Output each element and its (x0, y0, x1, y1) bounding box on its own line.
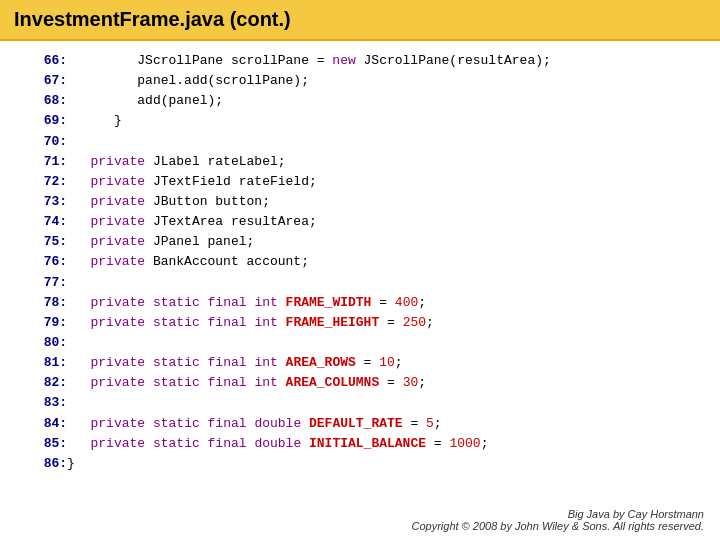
table-row: 82: private static final int AREA_COLUMN… (20, 373, 700, 393)
table-row: 78: private static final int FRAME_WIDTH… (20, 293, 700, 313)
table-row: 73: private JButton button; (20, 192, 700, 212)
code-cell: private static final int FRAME_WIDTH = 4… (67, 293, 700, 313)
line-number: 85: (20, 434, 67, 454)
line-number: 70: (20, 132, 67, 152)
table-row: 77: (20, 273, 700, 293)
code-cell (67, 132, 700, 152)
footer-line2: Copyright © 2008 by John Wiley & Sons. A… (411, 520, 704, 532)
table-row: 74: private JTextArea resultArea; (20, 212, 700, 232)
table-row: 81: private static final int AREA_ROWS =… (20, 353, 700, 373)
line-number: 76: (20, 252, 67, 272)
footer: Big Java by Cay Horstmann Copyright © 20… (411, 508, 704, 532)
code-cell: private JTextArea resultArea; (67, 212, 700, 232)
line-number: 79: (20, 313, 67, 333)
table-row: 79: private static final int FRAME_HEIGH… (20, 313, 700, 333)
line-number: 69: (20, 111, 67, 131)
code-cell: private JButton button; (67, 192, 700, 212)
table-row: 70: (20, 132, 700, 152)
line-number: 82: (20, 373, 67, 393)
line-number: 74: (20, 212, 67, 232)
table-row: 66: JScrollPane scrollPane = new JScroll… (20, 51, 700, 71)
line-number: 78: (20, 293, 67, 313)
table-row: 84: private static final double DEFAULT_… (20, 414, 700, 434)
line-number: 67: (20, 71, 67, 91)
code-cell: add(panel); (67, 91, 700, 111)
table-row: 86:} (20, 454, 700, 474)
line-number: 66: (20, 51, 67, 71)
code-cell: private JLabel rateLabel; (67, 152, 700, 172)
line-number: 72: (20, 172, 67, 192)
code-cell: private BankAccount account; (67, 252, 700, 272)
page-title: InvestmentFrame.java (cont.) (14, 8, 291, 30)
table-row: 75: private JPanel panel; (20, 232, 700, 252)
table-row: 72: private JTextField rateField; (20, 172, 700, 192)
content-area: 66: JScrollPane scrollPane = new JScroll… (0, 41, 720, 480)
code-cell: private static final int AREA_ROWS = 10; (67, 353, 700, 373)
line-number: 75: (20, 232, 67, 252)
line-number: 68: (20, 91, 67, 111)
table-row: 71: private JLabel rateLabel; (20, 152, 700, 172)
code-cell (67, 273, 700, 293)
line-number: 86: (20, 454, 67, 474)
line-number: 77: (20, 273, 67, 293)
line-number: 80: (20, 333, 67, 353)
table-row: 83: (20, 393, 700, 413)
code-cell: private JTextField rateField; (67, 172, 700, 192)
code-cell: private static final int FRAME_HEIGHT = … (67, 313, 700, 333)
code-table: 66: JScrollPane scrollPane = new JScroll… (20, 51, 700, 474)
code-cell (67, 393, 700, 413)
footer-line1: Big Java by Cay Horstmann (411, 508, 704, 520)
code-cell: private static final int AREA_COLUMNS = … (67, 373, 700, 393)
code-cell: panel.add(scrollPane); (67, 71, 700, 91)
code-cell: private static final double DEFAULT_RATE… (67, 414, 700, 434)
code-cell (67, 333, 700, 353)
line-number: 73: (20, 192, 67, 212)
line-number: 84: (20, 414, 67, 434)
line-number: 81: (20, 353, 67, 373)
line-number: 83: (20, 393, 67, 413)
code-cell: JScrollPane scrollPane = new JScrollPane… (67, 51, 700, 71)
table-row: 68: add(panel); (20, 91, 700, 111)
code-cell: } (67, 454, 700, 474)
code-cell: private static final double INITIAL_BALA… (67, 434, 700, 454)
code-cell: private JPanel panel; (67, 232, 700, 252)
line-number: 71: (20, 152, 67, 172)
table-row: 76: private BankAccount account; (20, 252, 700, 272)
title-bar: InvestmentFrame.java (cont.) (0, 0, 720, 41)
table-row: 80: (20, 333, 700, 353)
table-row: 69: } (20, 111, 700, 131)
code-cell: } (67, 111, 700, 131)
table-row: 85: private static final double INITIAL_… (20, 434, 700, 454)
table-row: 67: panel.add(scrollPane); (20, 71, 700, 91)
